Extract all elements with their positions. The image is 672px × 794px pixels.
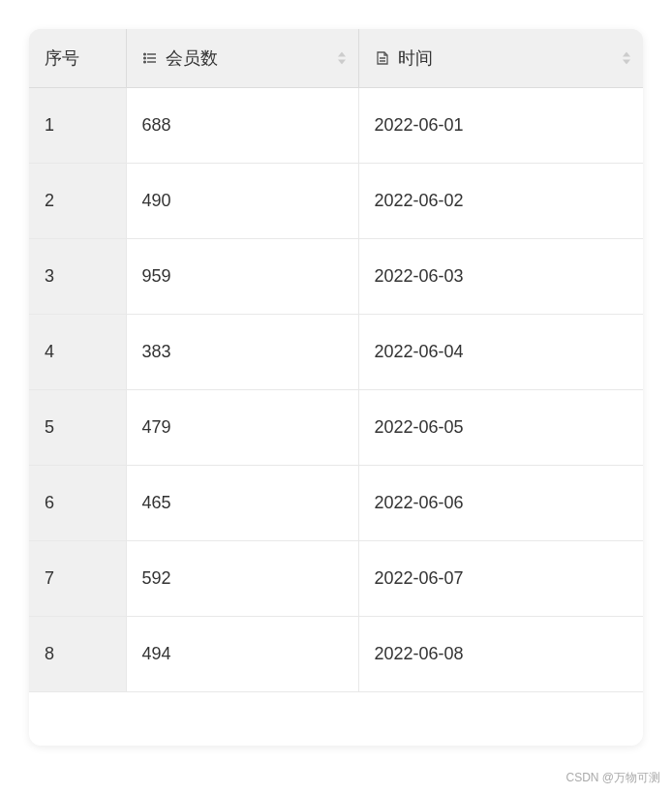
table-body: 1 688 2022-06-01 2 490 2022-06-02 3 959 … bbox=[29, 88, 643, 692]
list-icon bbox=[142, 50, 158, 66]
cell-index: 3 bbox=[29, 239, 126, 315]
table-header: 序号 bbox=[29, 29, 643, 88]
svg-point-4 bbox=[143, 57, 145, 59]
table-row[interactable]: 6 465 2022-06-06 bbox=[29, 466, 643, 541]
cell-index: 8 bbox=[29, 617, 126, 692]
document-icon bbox=[375, 50, 390, 66]
svg-point-5 bbox=[143, 61, 145, 63]
svg-point-3 bbox=[143, 53, 145, 55]
cell-members: 383 bbox=[126, 315, 358, 390]
sort-up-icon bbox=[337, 52, 347, 58]
cell-members: 490 bbox=[126, 164, 358, 239]
table-header-row: 序号 bbox=[29, 29, 643, 88]
cell-members: 959 bbox=[126, 239, 358, 315]
column-header-time[interactable]: 时间 bbox=[358, 29, 643, 88]
cell-time: 2022-06-06 bbox=[358, 466, 643, 541]
cell-time: 2022-06-05 bbox=[358, 390, 643, 466]
data-table: 序号 bbox=[29, 29, 643, 692]
cell-members: 688 bbox=[126, 88, 358, 164]
cell-time: 2022-06-07 bbox=[358, 541, 643, 617]
column-header-label: 时间 bbox=[398, 46, 433, 70]
cell-members: 494 bbox=[126, 617, 358, 692]
cell-time: 2022-06-01 bbox=[358, 88, 643, 164]
cell-members: 592 bbox=[126, 541, 358, 617]
cell-time: 2022-06-08 bbox=[358, 617, 643, 692]
watermark-text: CSDN @万物可测 bbox=[565, 770, 660, 775]
sort-control[interactable] bbox=[622, 52, 631, 65]
table-row[interactable]: 5 479 2022-06-05 bbox=[29, 390, 643, 466]
column-header-members[interactable]: 会员数 bbox=[126, 29, 358, 88]
sort-control[interactable] bbox=[337, 52, 347, 65]
table-scroll-area[interactable]: 序号 bbox=[29, 29, 643, 746]
cell-time: 2022-06-03 bbox=[358, 239, 643, 315]
cell-members: 479 bbox=[126, 390, 358, 466]
sort-down-icon bbox=[337, 59, 347, 65]
cell-index: 5 bbox=[29, 390, 126, 466]
cell-members: 465 bbox=[126, 466, 358, 541]
table-row[interactable]: 2 490 2022-06-02 bbox=[29, 164, 643, 239]
table-row[interactable]: 8 494 2022-06-08 bbox=[29, 617, 643, 692]
cell-index: 4 bbox=[29, 315, 126, 390]
cell-index: 7 bbox=[29, 541, 126, 617]
data-table-container: 序号 bbox=[29, 29, 643, 746]
cell-index: 6 bbox=[29, 466, 126, 541]
column-header-label: 会员数 bbox=[166, 46, 218, 70]
cell-index: 1 bbox=[29, 88, 126, 164]
table-row[interactable]: 4 383 2022-06-04 bbox=[29, 315, 643, 390]
table-row[interactable]: 7 592 2022-06-07 bbox=[29, 541, 643, 617]
cell-time: 2022-06-02 bbox=[358, 164, 643, 239]
sort-up-icon bbox=[622, 52, 631, 58]
cell-time: 2022-06-04 bbox=[358, 315, 643, 390]
cell-index: 2 bbox=[29, 164, 126, 239]
table-row[interactable]: 3 959 2022-06-03 bbox=[29, 239, 643, 315]
column-header-label: 序号 bbox=[45, 46, 79, 70]
sort-down-icon bbox=[622, 59, 631, 65]
column-header-index[interactable]: 序号 bbox=[29, 29, 126, 88]
table-row[interactable]: 1 688 2022-06-01 bbox=[29, 88, 643, 164]
